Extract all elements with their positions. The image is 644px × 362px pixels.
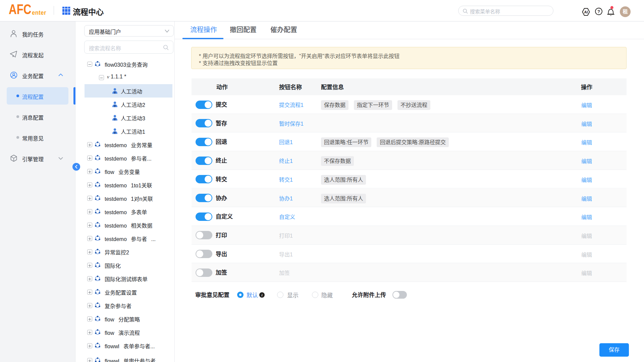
svg-text:?: ? bbox=[597, 9, 600, 14]
svg-text:AI: AI bbox=[584, 10, 588, 14]
